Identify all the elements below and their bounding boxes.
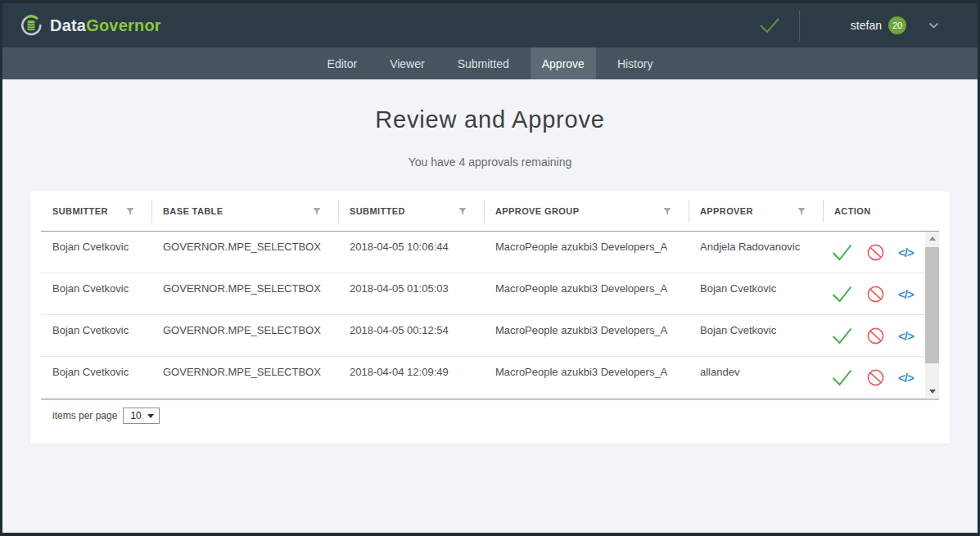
header-divider bbox=[799, 10, 800, 41]
brand-name-primary: Data bbox=[50, 16, 86, 34]
cell-approve-group: MacroPeople azukbi3 Developers_A bbox=[484, 273, 689, 314]
scrollbar-down-button[interactable] bbox=[925, 385, 939, 399]
column-label: SUBMITTER bbox=[52, 206, 108, 216]
approve-check-icon[interactable] bbox=[831, 285, 853, 304]
top-header: DataGovernor stefan 20 bbox=[2, 3, 978, 47]
column-header-submitted[interactable]: SUBMITTED bbox=[338, 191, 484, 231]
table-scrollbar[interactable] bbox=[925, 232, 939, 399]
main-content: Review and Approve You have 4 approvals … bbox=[2, 79, 978, 533]
column-label: SUBMITTED bbox=[350, 206, 405, 216]
select-caret-icon bbox=[147, 414, 154, 418]
main-nav: Editor Viewer Submitted Approve History bbox=[2, 47, 978, 79]
cell-submitted: 2018-04-05 00:12:54 bbox=[338, 315, 484, 356]
cell-actions: </> bbox=[823, 357, 925, 398]
header-right-group: stefan 20 bbox=[757, 3, 939, 47]
table-body: Bojan Cvetkovic GOVERNOR.MPE_SELECTBOX 2… bbox=[41, 232, 939, 399]
reject-icon[interactable] bbox=[866, 285, 885, 304]
brand-name-secondary: Governor bbox=[86, 16, 161, 34]
filter-icon[interactable] bbox=[312, 206, 322, 216]
column-header-action: ACTION bbox=[823, 191, 939, 231]
cell-submitter: Bojan Cvetkovic bbox=[41, 273, 151, 314]
filter-icon[interactable] bbox=[458, 206, 467, 216]
table-rows: Bojan Cvetkovic GOVERNOR.MPE_SELECTBOX 2… bbox=[41, 232, 925, 399]
cell-actions: </> bbox=[823, 315, 925, 356]
cell-submitter: Bojan Cvetkovic bbox=[41, 232, 151, 273]
items-per-page-select[interactable]: 10 bbox=[123, 408, 159, 424]
page-title: Review and Approve bbox=[2, 106, 978, 133]
view-code-icon[interactable]: </> bbox=[898, 287, 914, 301]
cell-base-table: GOVERNOR.MPE_SELECTBOX bbox=[151, 315, 338, 356]
user-badge: 20 bbox=[888, 16, 906, 34]
tab-history[interactable]: History bbox=[606, 47, 665, 79]
filter-icon[interactable] bbox=[662, 206, 672, 216]
view-code-icon[interactable]: </> bbox=[898, 245, 914, 259]
tab-approve[interactable]: Approve bbox=[531, 47, 596, 79]
cell-approve-group: MacroPeople azukbi3 Developers_A bbox=[484, 357, 689, 398]
cell-approver: Bojan Cvetkovic bbox=[689, 315, 823, 356]
reject-icon[interactable] bbox=[866, 243, 885, 262]
column-label: BASE TABLE bbox=[163, 206, 223, 216]
cell-approve-group: MacroPeople azukbi3 Developers_A bbox=[484, 232, 689, 273]
cell-approver: allandev bbox=[689, 357, 823, 398]
column-header-approver[interactable]: APPROVER bbox=[689, 191, 823, 231]
table-header-row: SUBMITTER BASE TABLE SUBMITTED bbox=[41, 191, 939, 232]
cell-submitted: 2018-04-05 10:06:44 bbox=[338, 232, 484, 273]
brand-name: DataGovernor bbox=[50, 16, 161, 35]
brand-logo[interactable]: DataGovernor bbox=[20, 14, 161, 37]
filter-icon[interactable] bbox=[797, 206, 806, 216]
cell-base-table: GOVERNOR.MPE_SELECTBOX bbox=[151, 232, 338, 273]
triangle-up-icon bbox=[929, 236, 936, 241]
user-name: stefan bbox=[851, 19, 882, 32]
approve-check-icon[interactable] bbox=[831, 368, 853, 387]
cell-submitted: 2018-04-05 01:05:03 bbox=[338, 273, 484, 314]
scrollbar-up-button[interactable] bbox=[925, 232, 939, 245]
tab-submitted[interactable]: Submitted bbox=[446, 47, 521, 79]
reject-icon[interactable] bbox=[866, 327, 885, 345]
column-label: APPROVER bbox=[700, 206, 753, 216]
table-row: Bojan Cvetkovic GOVERNOR.MPE_SELECTBOX 2… bbox=[41, 232, 925, 273]
filter-icon[interactable] bbox=[125, 206, 135, 216]
items-per-page-label: items per page bbox=[52, 410, 117, 421]
table-footer: items per page 10 bbox=[41, 399, 939, 424]
page-size-value: 10 bbox=[130, 410, 141, 421]
tab-editor[interactable]: Editor bbox=[316, 47, 369, 79]
approve-check-icon[interactable] bbox=[831, 327, 853, 345]
cell-approve-group: MacroPeople azukbi3 Developers_A bbox=[484, 315, 689, 356]
approvals-table-card: SUBMITTER BASE TABLE SUBMITTED bbox=[30, 191, 950, 444]
cell-approver: Bojan Cvetkovic bbox=[689, 273, 823, 314]
column-label: APPROVE GROUP bbox=[495, 206, 579, 216]
cell-approver: Andjela Radovanovic bbox=[689, 232, 823, 273]
approvals-remaining-text: You have 4 approvals remaining bbox=[2, 155, 978, 169]
app-window: DataGovernor stefan 20 Editor Viewe bbox=[0, 0, 980, 536]
cell-base-table: GOVERNOR.MPE_SELECTBOX bbox=[151, 273, 338, 314]
scrollbar-track[interactable] bbox=[925, 245, 939, 385]
user-menu[interactable]: stefan 20 bbox=[851, 16, 906, 34]
table-row: Bojan Cvetkovic GOVERNOR.MPE_SELECTBOX 2… bbox=[41, 273, 925, 315]
cell-submitted: 2018-04-04 12:09:49 bbox=[338, 357, 484, 398]
cell-submitter: Bojan Cvetkovic bbox=[41, 357, 151, 398]
cell-actions: </> bbox=[823, 232, 925, 273]
chevron-down-icon[interactable] bbox=[928, 22, 939, 29]
triangle-down-icon bbox=[929, 390, 936, 394]
reject-icon[interactable] bbox=[866, 368, 885, 387]
tab-viewer[interactable]: Viewer bbox=[378, 47, 436, 79]
cell-base-table: GOVERNOR.MPE_SELECTBOX bbox=[151, 357, 338, 398]
cell-actions: </> bbox=[823, 273, 925, 314]
view-code-icon[interactable]: </> bbox=[898, 371, 914, 385]
column-header-submitter[interactable]: SUBMITTER bbox=[41, 191, 151, 231]
nav-tabs: Editor Viewer Submitted Approve History bbox=[311, 47, 670, 79]
column-header-base-table[interactable]: BASE TABLE bbox=[151, 191, 338, 231]
column-header-approve-group[interactable]: APPROVE GROUP bbox=[484, 191, 689, 231]
cell-submitter: Bojan Cvetkovic bbox=[41, 315, 151, 356]
approve-check-icon[interactable] bbox=[831, 243, 853, 262]
scrollbar-thumb[interactable] bbox=[925, 247, 939, 363]
datagovernor-logo-icon bbox=[20, 14, 43, 37]
column-label: ACTION bbox=[834, 206, 871, 216]
table-row: Bojan Cvetkovic GOVERNOR.MPE_SELECTBOX 2… bbox=[41, 357, 925, 399]
header-check-icon[interactable] bbox=[757, 16, 782, 35]
table-row: Bojan Cvetkovic GOVERNOR.MPE_SELECTBOX 2… bbox=[41, 315, 925, 357]
view-code-icon[interactable]: </> bbox=[898, 329, 914, 343]
